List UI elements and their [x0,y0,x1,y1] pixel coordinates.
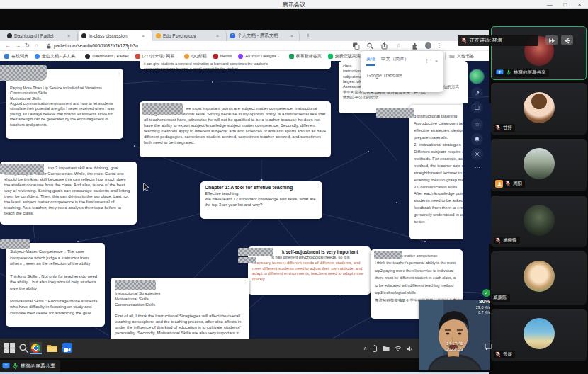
taskbar-chrome-button[interactable] [30,342,42,354]
meeting-title: 腾讯会议 [0,1,588,8]
google-translate-popup: 英语 中文（简体） ⋮ × Google Translate [361,51,443,92]
participant-tile-zengni[interactable]: 曾妮 [491,309,587,361]
volume-icon[interactable] [407,346,413,352]
share-icon[interactable] [380,42,388,50]
minimize-button[interactable]: — [543,0,557,9]
bookmark-qq-mail[interactable]: QQ邮箱 [184,53,206,60]
note-chapter1-prompt[interactable]: ⋮ Chapter 1: A tool for effetive teachin… [200,181,322,219]
blurred-author-name [0,164,44,174]
browser-urlbar: ← → ↻ ⌂ padlet.com/seanlin006/7l082fr1k1… [0,41,491,51]
taskbar-clock[interactable]: 14:17:45 2023/1/9 [446,341,486,353]
extensions-puzzle-icon[interactable] [411,42,419,50]
start-button-icon[interactable] [4,343,15,353]
meeting-bottom-bar: 林骥的屏幕共享 [0,358,491,374]
mic-muted-icon [461,38,467,44]
tab-close-icon[interactable]: × [67,33,70,38]
translate-target-tab[interactable]: 中文（简体） [381,56,409,66]
back-icon[interactable]: ← [5,41,11,51]
mic-muted-icon [495,237,501,244]
meeting-titlebar: 腾讯会议 — □ × [0,0,588,9]
note-menu-icon[interactable]: ⋮ [324,103,329,108]
tile-back-button[interactable] [561,35,573,45]
bookmark-netflix[interactable]: Netflix [213,54,232,59]
new-tab-button[interactable]: + [303,30,313,40]
screen-share-icon [2,363,10,369]
browser-menu-icon[interactable]: ⋮ [435,42,443,50]
bell-icon[interactable] [471,133,483,145]
search-icon[interactable] [366,42,374,50]
taskbar-meeting-app-icon[interactable] [62,343,72,353]
note-body: Effective teaching: We have learn 12 imp… [200,191,322,210]
reload-icon[interactable]: ↻ [25,41,30,51]
share-arrow-icon[interactable]: ↗ [471,87,483,99]
share-badge-label: 林骥的屏幕共享 [21,363,55,370]
taskbar-search-icon[interactable] [18,343,29,353]
home-icon[interactable]: ⌂ [35,41,38,51]
tray-expand-icon[interactable]: ∧ [363,346,367,351]
padlet-user-avatar[interactable] [469,69,485,84]
participant-tile-shiliufeng[interactable]: 施柳锋 [491,196,587,247]
profile-avatar[interactable] [425,42,431,49]
file-explorer-icon[interactable] [47,343,57,353]
bookmark-star-icon[interactable]: ☆ [395,42,402,50]
blurred-author-name [374,251,402,259]
bookmark-dictionary[interactable]: 在线词典 [4,53,28,60]
edu-psychology-favicon [156,33,161,38]
tab-close-icon[interactable]: × [290,33,293,38]
translate-close-icon[interactable]: × [435,59,438,64]
participant-tile-weilianchen[interactable]: 威廉陈 [491,251,587,305]
avatar [524,92,555,123]
note-top-fragment[interactable]: it can give students a renewed motivatio… [140,61,331,69]
participant-name: 甘婷 [503,125,512,131]
action-center-icon[interactable] [485,343,492,351]
more-options-icon[interactable]: ⋯ [471,164,483,171]
participant-name: 林骥的屏幕共享 [514,69,546,76]
close-button[interactable]: × [572,0,587,9]
note-competence-list[interactable]: Subject-Matter Competence：The core compe… [6,243,105,327]
translate-source-tab[interactable]: 英语 [366,56,375,66]
blurred-author-name [376,108,414,118]
participant-name: 威廉陈 [493,295,507,301]
forward-icon[interactable]: → [15,41,21,51]
tab-close-icon[interactable]: × [142,33,145,38]
tab-edu-psychology[interactable]: Edu Psychology × [153,30,227,41]
tile-pin-button[interactable] [545,35,558,45]
note-menu-icon[interactable]: ⋮ [243,279,247,284]
stat-download: 29.0 K/s [470,305,490,310]
tab-close-icon[interactable]: × [216,33,219,38]
tab-tencent-docs[interactable]: 个人文档 - 腾讯文档 × [227,30,300,41]
bookmark-netease-mail[interactable]: (277封未读) 网易... [135,53,179,60]
padlock-icon [46,43,52,50]
bookmark-kdocs[interactable]: 金山文档 - 多人实... [35,53,79,60]
other-bookmarks-button[interactable]: 其他书签 [449,51,474,61]
maximize-button[interactable]: □ [558,0,572,9]
clock-date: 2023/1/9 [446,346,486,352]
bookmark-designs[interactable]: All Your Designs -... [238,54,282,59]
network-wifi-icon[interactable] [395,346,402,351]
blurred-author-name [0,65,47,81]
bookmarks-divider [445,52,446,60]
star-icon[interactable]: ☆ [471,118,483,130]
note-menu-icon[interactable]: ⋮ [316,183,320,188]
bookmark-newtab-page[interactable]: 夜幕新标签页 [289,53,322,60]
gear-icon[interactable] [471,148,483,160]
url-field[interactable]: padlet.com/seanlin006/7l082fr1k123pb3n [54,41,138,51]
windows-taskbar: ∧ [0,339,491,358]
bookmark-padlet[interactable]: Dashboard | Padlet [85,54,128,59]
participant-tile-zhouyang[interactable]: 周阳 [491,139,587,191]
tab-dashboard-padlet[interactable]: Dashboard | Padlet × [4,30,78,41]
blurred-author-name [115,280,156,290]
screen-share-badge[interactable]: 林骥的屏幕共享 [0,360,60,372]
padlet-favicon [7,33,12,38]
translate-menu-icon[interactable]: ⋮ [424,58,429,64]
tray-folder-icon[interactable] [383,346,390,351]
participant-tile-ganting[interactable]: 甘婷 [491,83,587,135]
avatar [524,205,555,236]
translate-icon[interactable] [352,42,360,50]
battery-icon[interactable] [372,345,378,352]
mic-on-icon [506,69,511,76]
remake-icon[interactable]: ▢ [471,101,483,113]
padlet-board[interactable]: it can give students a renewed motivatio… [0,61,491,339]
tab-in-class-discussion[interactable]: In-class discussion × [79,30,152,41]
note-menu-icon[interactable]: ⋮ [117,70,121,75]
